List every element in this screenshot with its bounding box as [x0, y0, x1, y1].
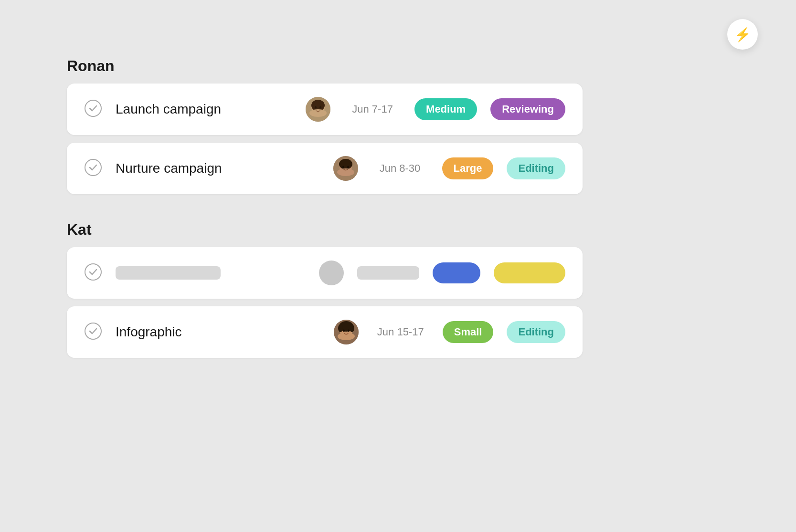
check-icon — [84, 158, 102, 178]
date-range — [357, 266, 419, 280]
svg-point-15 — [85, 323, 101, 339]
size-badge[interactable]: Large — [442, 157, 494, 179]
svg-point-20 — [350, 324, 354, 332]
date-range: Jun 7-17 — [344, 103, 401, 115]
svg-point-19 — [338, 324, 343, 332]
svg-point-12 — [342, 166, 344, 168]
avatar — [306, 97, 330, 122]
section-title-kat: Kat — [67, 221, 583, 239]
date-range: Jun 8-30 — [371, 162, 429, 175]
svg-point-7 — [85, 159, 101, 176]
svg-point-4 — [309, 109, 327, 117]
svg-point-10 — [339, 159, 352, 169]
size-badge[interactable] — [433, 262, 480, 283]
svg-point-14 — [85, 264, 101, 280]
task-name — [116, 266, 306, 280]
avatar — [319, 261, 344, 285]
status-badge[interactable]: Reviewing — [490, 98, 565, 120]
lightning-icon: ⚡ — [734, 27, 751, 42]
svg-point-11 — [337, 168, 354, 176]
avatar — [334, 320, 359, 344]
task-card-nurture-campaign[interactable]: Nurture campaign Jun 8-30LargeEditing — [67, 143, 583, 194]
task-name: Nurture campaign — [116, 161, 320, 176]
avatar — [333, 156, 358, 181]
task-card-infographic[interactable]: Infographic Jun 15-17SmallEditing — [67, 306, 583, 358]
task-card-kat-task-1[interactable] — [67, 247, 583, 299]
lightning-button[interactable]: ⚡ — [727, 19, 758, 50]
main-container: Ronan Launch campaign Jun 7-17MediumRevi… — [67, 57, 583, 385]
svg-point-6 — [319, 106, 321, 109]
size-badge[interactable]: Medium — [414, 98, 477, 120]
svg-point-22 — [343, 330, 345, 332]
svg-point-13 — [347, 166, 349, 168]
task-name: Infographic — [116, 324, 320, 340]
task-card-launch-campaign[interactable]: Launch campaign Jun 7-17MediumReviewing — [67, 83, 583, 135]
date-range: Jun 15-17 — [372, 326, 429, 338]
size-badge[interactable]: Small — [443, 321, 494, 343]
status-badge[interactable]: Editing — [507, 321, 565, 343]
status-badge[interactable]: Editing — [507, 157, 565, 179]
check-icon — [84, 99, 102, 119]
task-name: Launch campaign — [116, 102, 292, 117]
svg-point-5 — [315, 106, 317, 109]
section-title-ronan: Ronan — [67, 57, 583, 75]
svg-point-23 — [348, 330, 350, 332]
svg-point-21 — [338, 333, 355, 340]
svg-point-0 — [85, 100, 101, 116]
status-badge[interactable] — [494, 262, 565, 283]
check-icon — [84, 263, 102, 283]
check-icon — [84, 322, 102, 342]
